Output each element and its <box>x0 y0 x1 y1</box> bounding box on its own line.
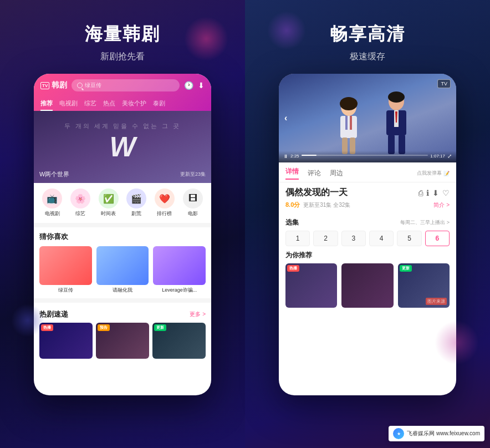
recommend-title: 猜你喜欢 <box>39 232 206 242</box>
variety-icon: 🌸 <box>75 194 86 204</box>
banner-bottom: W两个世界 更新至23集 <box>39 170 206 179</box>
quick-icon-drama[interactable]: 🎬 剧荒 <box>126 189 146 217</box>
svg-point-1 <box>340 97 358 110</box>
progress-bar[interactable] <box>302 155 428 156</box>
episode-grid: 1 2 3 4 5 6 <box>285 231 450 246</box>
hot-badge-3: 更新 <box>154 324 166 331</box>
drama-title: 偶然发现的一天 <box>285 187 348 198</box>
left-panel: 海量韩剧 新剧抢先看 TV 韩剧 绿豆传 🕐 ⬇ <box>0 0 245 448</box>
search-text: 绿豆传 <box>85 82 101 89</box>
banner-update: 更新至23集 <box>180 171 206 178</box>
banner-big-letter: W <box>109 131 135 163</box>
quick-icon-tv[interactable]: 📺 电视剧 <box>42 189 62 217</box>
rank-icon-circle: ❤️ <box>155 189 175 208</box>
svg-point-8 <box>388 91 405 103</box>
quick-icon-schedule[interactable]: ✅ 时间表 <box>99 189 119 217</box>
heart-icon[interactable]: ♡ <box>442 189 450 197</box>
video-thumbnail <box>279 74 456 162</box>
ep-btn-3[interactable]: 3 <box>341 231 366 246</box>
nav-tab-recommend[interactable]: 推荐 <box>40 99 53 111</box>
ep-btn-4[interactable]: 4 <box>369 231 394 246</box>
hot-section: 热剧速递 更多 > 热播 预告 更新 <box>34 305 211 363</box>
drama-intro[interactable]: 简介 > <box>433 201 450 209</box>
episode-schedule[interactable]: 每周二、三早上播出 > <box>400 219 450 226</box>
hot-thumb-2[interactable]: 预告 <box>96 323 149 359</box>
back-button[interactable]: ‹ <box>284 113 287 123</box>
more-link[interactable]: 更多 > <box>190 310 206 318</box>
recommend-row: 热播 更新 图片来源 <box>285 263 450 308</box>
watermark: ★ 飞睿媒乐网 www.feixuew.com <box>389 426 484 441</box>
thumb-img-3 <box>153 246 206 285</box>
hot-badge-1: 热播 <box>41 324 53 331</box>
banner: 두 개의 세계 믿을 수 없는 그 곳 W W两个世界 更新至23集 <box>34 111 211 183</box>
ep-btn-6[interactable]: 6 <box>425 231 450 246</box>
thumb-label-2: 请融化我 <box>96 287 149 294</box>
thumb-item-1[interactable]: 绿豆传 <box>39 246 92 294</box>
download-icon[interactable]: ⬇ <box>198 81 205 90</box>
nav-tab-hot[interactable]: 热点 <box>103 99 115 111</box>
ep-btn-1[interactable]: 1 <box>285 231 310 246</box>
fullscreen-button[interactable]: ⤢ <box>447 153 452 159</box>
rec-badge-1: 热播 <box>287 265 299 272</box>
rank-icon: ❤️ <box>159 194 170 204</box>
tab-comment[interactable]: 评论 <box>308 169 321 178</box>
thumb-img-2 <box>96 246 149 285</box>
clock-icon[interactable]: 🕐 <box>184 81 193 90</box>
tv-cast-button[interactable]: TV <box>437 79 451 88</box>
share-icon[interactable]: ⎙ <box>418 189 423 197</box>
total-time: 1:07:17 <box>430 154 445 159</box>
quick-icon-variety[interactable]: 🌸 综艺 <box>70 189 90 217</box>
search-icon <box>77 83 83 88</box>
rec-badge-3: 更新 <box>400 265 412 272</box>
tab-detail[interactable]: 详情 <box>285 167 299 180</box>
rec-item-1[interactable]: 热播 <box>285 263 337 308</box>
episode-title: 选集 <box>285 218 299 227</box>
variety-label: 综艺 <box>75 210 85 217</box>
svg-rect-4 <box>350 116 352 130</box>
right-title: 畅享高清 <box>330 22 405 47</box>
hot-thumb-3[interactable]: 更新 <box>152 323 206 359</box>
download-action-icon[interactable]: ⬇ <box>432 189 439 197</box>
episode-header: 选集 每周二、三早上播出 > <box>285 218 450 227</box>
schedule-icon: ✅ <box>103 194 114 204</box>
info-icon[interactable]: ℹ <box>426 189 429 197</box>
tab-peripheral[interactable]: 周边 <box>330 169 343 178</box>
nav-tab-tv[interactable]: 电视剧 <box>59 99 78 111</box>
thumb-item-2[interactable]: 请融化我 <box>96 246 149 294</box>
drama-meta: 8.0分 更新至31集 全32集 简介 > <box>285 201 450 209</box>
video-player[interactable]: ‹ TV ⏸ 2:25 1:07:17 ⤢ <box>279 74 456 162</box>
svg-rect-3 <box>345 116 348 130</box>
barrage-icon: 📝 <box>443 171 450 176</box>
movie-icon: 🎞 <box>188 194 197 203</box>
thumb-label-3: Leverage诈骗... <box>153 287 206 294</box>
recommend-section: 猜你喜欢 绿豆传 请融化我 Leverage诈骗... <box>34 227 211 298</box>
rec-item-2[interactable] <box>341 263 393 308</box>
rec-item-3[interactable]: 更新 图片来源 <box>398 263 450 308</box>
nav-tab-beauty[interactable]: 美妆个护 <box>122 99 146 111</box>
barrage-label: 点我发弹幕 <box>417 170 442 177</box>
barrage-button[interactable]: 点我发弹幕 📝 <box>417 170 450 177</box>
recommend-title-right: 为你推荐 <box>285 251 450 260</box>
quick-icon-rank[interactable]: ❤️ 排行榜 <box>155 189 175 217</box>
thumb-item-3[interactable]: Leverage诈骗... <box>153 246 206 294</box>
pause-button[interactable]: ⏸ <box>283 154 288 159</box>
rank-label: 排行榜 <box>157 210 172 217</box>
tv-icon-circle: 📺 <box>42 189 62 208</box>
nav-tab-variety[interactable]: 综艺 <box>84 99 96 111</box>
drama-label: 剧荒 <box>131 210 141 217</box>
back-icon: ‹ <box>284 113 287 123</box>
video-controls: ⏸ 2:25 1:07:17 ⤢ <box>279 151 456 162</box>
ep-btn-5[interactable]: 5 <box>397 231 421 246</box>
search-bar[interactable]: 绿豆传 <box>72 79 180 91</box>
ep-btn-2[interactable]: 2 <box>313 231 338 246</box>
nav-tab-thai[interactable]: 泰剧 <box>153 99 165 111</box>
quick-icon-movie[interactable]: 🎞 电影 <box>183 189 203 217</box>
app-logo: TV 韩剧 <box>40 80 67 90</box>
hot-header: 热剧速递 更多 > <box>39 309 206 319</box>
hot-thumbnails: 热播 预告 更新 <box>39 323 206 359</box>
left-title: 海量韩剧 <box>85 22 160 47</box>
progress-fill <box>302 155 317 156</box>
hot-thumb-1[interactable]: 热播 <box>39 323 93 359</box>
logo-tv-badge: TV <box>40 82 49 89</box>
drama-score: 8.0分 <box>285 201 300 209</box>
